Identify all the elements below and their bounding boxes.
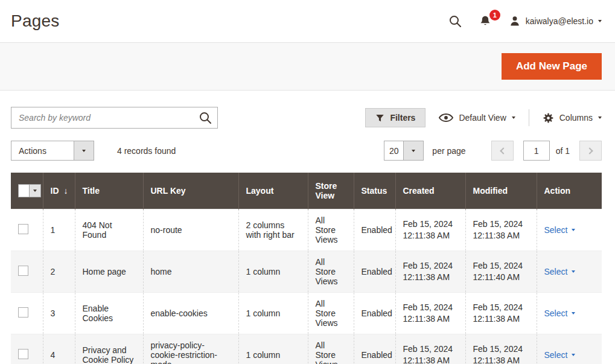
column-header-store-view[interactable]: Store View [308,173,354,209]
row-checkbox[interactable] [18,349,28,359]
cell-store-view: All Store Views [308,334,354,364]
per-page-select[interactable]: 20 [384,141,424,161]
chevron-left-icon [500,147,506,154]
cell-url-key: privacy-policy-cookie-restriction-mode [143,334,238,364]
per-page-value: 20 [384,141,403,160]
chevron-down-icon [572,312,575,315]
search-icon [448,14,462,28]
cell-created: Feb 15, 202412:11:38 AM [395,292,465,334]
cell-url-key: home [143,251,238,292]
sort-desc-icon: ↓ [64,186,68,196]
notifications-button[interactable]: 1 [479,14,492,28]
cell-layout: 2 columns with right bar [238,209,308,251]
chevron-down-icon [598,117,602,119]
total-pages-label: of 1 [556,146,570,156]
filter-funnel-icon [375,113,384,123]
chevron-right-icon [586,147,593,154]
columns-toggle[interactable]: Columns [543,112,602,124]
toolbar-right-controls: Filters Default View [365,108,602,127]
cell-layout: 1 column [238,251,308,292]
cell-status: Enabled [354,334,395,364]
chevron-down-icon [512,117,515,119]
masthead: Pages 1 kaiwalya@elest.io [0,0,615,42]
cell-title: Home page [75,251,143,292]
column-header-created[interactable]: Created [395,173,465,209]
row-select-action[interactable]: Select [544,225,576,235]
chevron-down-icon [572,270,575,273]
search-submit-icon[interactable] [199,111,212,124]
cell-created: Feb 15, 202412:11:38 AM [395,251,465,292]
cell-store-view: All Store Views [308,251,354,292]
add-new-page-button[interactable]: Add New Page [502,53,602,80]
cell-status: Enabled [354,292,395,334]
cell-url-key: no-route [143,209,238,251]
row-select-action[interactable]: Select [544,350,576,360]
grid-header-row: ID↓ Title URL Key Layout Store View Stat… [11,173,602,209]
cell-layout: 1 column [238,334,308,364]
records-count: 4 records found [117,146,176,156]
search-input[interactable] [11,107,218,129]
row-checkbox[interactable] [18,224,28,234]
pagination: 20 per page of 1 [384,141,602,161]
cell-modified: Feb 15, 202412:11:40 AM [465,251,537,292]
column-header-modified[interactable]: Modified [465,173,537,209]
table-row[interactable]: 2 Home page home 1 column All Store View… [11,251,602,292]
content-area: Filters Default View [0,107,615,364]
row-select-action[interactable]: Select [544,308,576,318]
table-row[interactable]: 4 Privacy and Cookie Policy privacy-poli… [11,334,602,364]
select-all-checkbox[interactable] [18,184,41,197]
page-title: Pages [11,11,59,31]
cell-modified: Feb 15, 202412:11:38 AM [465,334,537,364]
cell-status: Enabled [354,251,395,292]
page-number-input[interactable] [523,141,550,161]
view-bookmarks-toggle[interactable]: Default View [439,113,515,123]
notification-badge: 1 [489,10,500,21]
gear-icon [543,112,554,124]
cell-url-key: enable-cookies [143,292,238,334]
cell-title: 404 Not Found [75,209,143,251]
chevron-down-icon [572,229,575,231]
user-menu[interactable]: kaiwalya@elest.io [509,15,602,27]
table-row[interactable]: 3 Enable Cookies enable-cookies 1 column… [11,292,602,334]
column-header-status[interactable]: Status [354,173,395,209]
user-icon [509,15,521,27]
per-page-label: per page [432,146,465,156]
column-header-id[interactable]: ID↓ [43,173,75,209]
view-label: Default View [459,113,506,123]
filters-button[interactable]: Filters [365,108,425,127]
columns-label: Columns [559,113,593,123]
select-all-dropdown[interactable] [29,185,40,197]
cell-id: 3 [43,292,75,334]
filters-label: Filters [390,113,415,123]
column-header-layout[interactable]: Layout [238,173,308,209]
cell-modified: Feb 15, 202412:11:38 AM [465,209,537,251]
row-checkbox[interactable] [18,307,28,318]
column-header-action: Action [537,173,602,209]
cell-store-view: All Store Views [308,209,354,251]
action-band: Add New Page [0,42,615,91]
masthead-actions: 1 kaiwalya@elest.io [448,14,602,28]
toolbar-divider [529,109,529,126]
table-row[interactable]: 1 404 Not Found no-route 2 columns with … [11,209,602,251]
cell-id: 1 [43,209,75,251]
cell-created: Feb 15, 202412:11:38 AM [395,334,465,364]
cell-title: Enable Cookies [75,292,143,334]
next-page-button[interactable] [579,141,602,161]
row-select-action[interactable]: Select [544,267,576,276]
per-page-caret [403,141,423,160]
column-header-title[interactable]: Title [75,173,143,209]
actions-select-caret [74,141,94,160]
actions-select-value: Actions [11,141,74,160]
column-header-url-key[interactable]: URL Key [143,173,238,209]
global-search-icon[interactable] [448,14,462,28]
actions-select[interactable]: Actions [11,141,94,161]
cell-status: Enabled [354,209,395,251]
select-all-column-header [11,173,43,209]
previous-page-button[interactable] [491,141,514,161]
row-checkbox[interactable] [18,266,28,276]
cell-id: 2 [43,251,75,292]
cell-store-view: All Store Views [308,292,354,334]
cell-title: Privacy and Cookie Policy [75,334,143,364]
eye-icon [439,113,453,123]
cell-layout: 1 column [238,292,308,334]
